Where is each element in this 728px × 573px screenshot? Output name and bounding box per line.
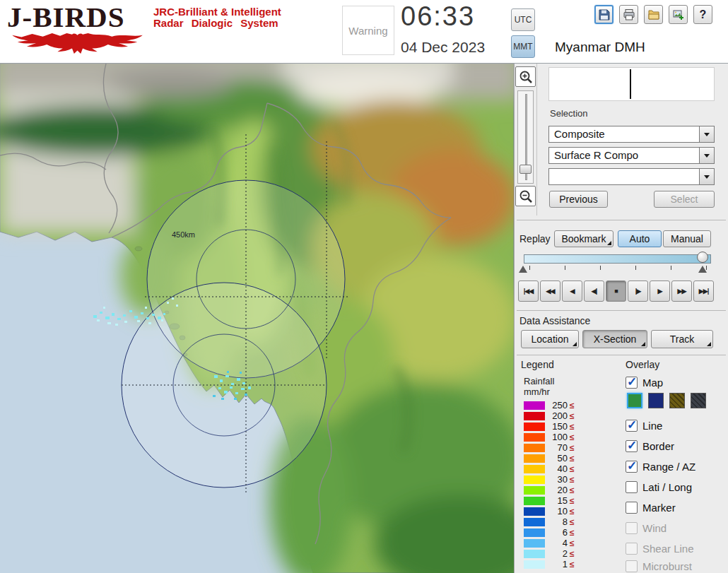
legend-value: 15 [545,495,568,506]
map-style-swatch-navy[interactable] [648,393,664,408]
mmt-button[interactable]: MMT [511,35,535,58]
legend-value: 10 [545,506,568,516]
lte-symbol: ≤ [570,432,575,442]
help-icon: ? [700,8,707,21]
checkbox[interactable] [626,420,638,432]
previous-button[interactable]: Previous [549,191,608,208]
lte-symbol: ≤ [570,496,575,506]
clock-time: 06:33 [401,1,475,32]
add-image-icon [672,8,685,21]
print-button[interactable] [619,5,638,24]
dropdown-arrow-button[interactable] [699,148,714,163]
playback-fast-forward-button[interactable]: ▶▶ [671,280,692,302]
overlay-item-label: Map [642,377,663,389]
map-style-swatch-gray[interactable] [691,393,706,408]
legend-value: 70 [545,442,568,453]
zoom-in-button[interactable] [515,66,536,87]
chevron-down-icon [704,133,710,136]
extra-dropdown[interactable] [548,168,715,185]
playback-skip-end-button[interactable]: ▶▶| [693,280,714,302]
legend-item: 4≤ [524,538,575,548]
location-button[interactable]: Location [521,330,579,348]
legend-item: 30≤ [524,474,575,485]
composite-dropdown[interactable]: Composite [548,126,715,143]
overlay-item-line[interactable]: Line [626,418,662,432]
slider-tick [565,266,565,270]
lte-symbol: ≤ [570,443,575,453]
extra-dropdown-value [549,169,699,184]
legend-value: 8 [545,516,568,527]
logo-subtitle: JRC-Brilliant & Intelligent Radar Dialog… [153,6,281,29]
zoom-out-icon [519,189,533,203]
select-button[interactable]: Select [654,191,715,208]
overlay-item-range-az[interactable]: Range / AZ [626,459,695,473]
manual-button[interactable]: Manual [663,230,711,247]
slider-tick [671,266,671,270]
legend-color-swatch [524,497,545,505]
utc-button[interactable]: UTC [511,8,535,31]
overlay-item-map[interactable]: Map [626,375,663,389]
add-image-button[interactable] [669,5,688,24]
slider-end-marker[interactable] [698,266,707,273]
playback-play-reverse-button[interactable]: ◀ [562,280,582,302]
map-viewport[interactable]: 450km [0,64,514,573]
playback-step-back-button[interactable]: ◀| [584,280,604,302]
overlay-item-lati-long[interactable]: Lati / Long [626,480,692,494]
time-slider-thumb[interactable] [697,252,708,263]
legend-color-swatch [524,444,545,452]
checkbox [626,522,638,534]
checkbox[interactable] [626,440,638,452]
track-label: Track [670,333,694,345]
header: J-BIRDS JRC-Brilliant & Intelligent Rada… [0,0,728,64]
checkbox[interactable] [626,502,638,514]
dropdown-arrow-button[interactable] [699,126,714,142]
playback-play-button[interactable]: ▶ [650,280,670,302]
slider-start-marker[interactable] [519,266,527,273]
legend-item: 10≤ [524,506,575,516]
legend-value: 250 [545,400,568,410]
overlay-item-wind: Wind [626,521,667,535]
composite-dropdown-value: Composite [549,126,699,142]
open-folder-button[interactable] [644,5,663,24]
overlay-item-shear-line: Shear Line [626,541,694,555]
playback-fast-rewind-button[interactable]: ◀◀ [540,280,560,302]
legend-unit: mm/hr [524,386,550,397]
checkbox[interactable] [626,481,638,493]
zoom-slider-thumb[interactable] [519,165,532,174]
legend-value: 50 [545,453,568,463]
separator [517,220,726,220]
map-style-swatch-olive[interactable] [669,393,685,408]
clock-date: 04 Dec 2023 [401,39,485,56]
bookmark-button[interactable]: Bookmark [554,230,613,247]
xsection-button[interactable]: X-Section [582,330,647,348]
checkbox[interactable] [626,377,638,389]
checkbox[interactable] [626,461,638,473]
lte-symbol: ≤ [570,517,575,527]
overlay-item-marker[interactable]: Marker [626,500,676,514]
menu-corner-icon [607,241,611,245]
replay-label: Replay [519,233,551,244]
zoom-slider[interactable] [517,90,534,184]
dropdown-arrow-button[interactable] [699,169,714,184]
product-dropdown[interactable]: Surface R Compo [548,147,715,164]
legend-item: 50≤ [524,453,575,463]
warning-button[interactable]: Warning [342,6,394,55]
chevron-down-icon [704,175,710,179]
playback-skip-start-button[interactable]: |◀◀ [518,280,539,302]
legend-item: 200≤ [524,410,575,421]
eagle-logo-icon [8,33,146,58]
overlay-item-border[interactable]: Border [626,439,674,453]
overlay-item-label: Wind [642,522,667,534]
zoom-out-button[interactable] [515,186,536,206]
time-slider[interactable] [524,254,711,264]
auto-button[interactable]: Auto [618,230,662,247]
overlay-item-label: Lati / Long [642,481,692,493]
playback-step-forward-button[interactable]: |▶ [628,280,648,302]
map-style-swatch-green[interactable] [627,393,642,408]
track-button[interactable]: Track [651,330,713,348]
range-ring-label: 450km [172,230,195,239]
help-button[interactable]: ? [693,5,712,24]
playback-stop-button[interactable]: ■ [606,280,626,302]
manual-label: Manual [671,233,703,244]
save-button[interactable] [594,5,613,24]
